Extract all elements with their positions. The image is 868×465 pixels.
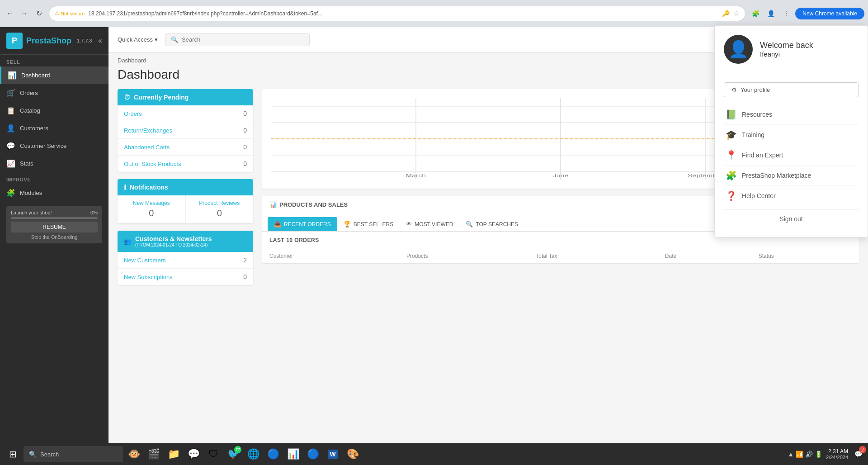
search-icon: 🔍 <box>171 36 178 43</box>
sidebar-item-customer-service[interactable]: 💬 Customer Service <box>0 137 108 155</box>
stock-link[interactable]: Out of Stock Products <box>124 161 181 167</box>
battery-icon[interactable]: 🔋 <box>815 451 822 458</box>
notifications-grid: New Messages 0 Product Reviews 0 <box>118 195 253 223</box>
taskbar-search-box[interactable]: 🔍 Search <box>24 446 123 462</box>
volume-icon[interactable]: 🔊 <box>805 451 813 458</box>
taskbar-app-shield[interactable]: 🛡 <box>204 445 222 463</box>
stock-value: 0 <box>243 160 247 167</box>
marketplace-icon: 🧩 <box>726 170 736 181</box>
recent-orders-icon: 📥 <box>274 221 281 228</box>
taskbar-app-color[interactable]: 🎨 <box>344 445 362 463</box>
reload-button[interactable]: ↻ <box>33 7 45 20</box>
best-sellers-icon: 🏆 <box>344 221 351 228</box>
quick-access-button[interactable]: Quick Access ▾ <box>118 36 158 43</box>
pending-returns-row: Return/Exchanges 0 <box>118 122 253 139</box>
orders-link[interactable]: Orders <box>124 110 142 117</box>
tab-best-sellers[interactable]: 🏆 BEST SELLERS <box>337 217 400 231</box>
new-messages-link[interactable]: New Messages <box>122 200 181 206</box>
marketplace-label: PrestaShop Marketplace <box>742 172 811 179</box>
dropdown-item-help[interactable]: ❓ Help Center <box>724 186 859 206</box>
whatsapp-badge: 77 <box>234 446 241 453</box>
star-icon[interactable]: ☆ <box>733 9 740 18</box>
chrome-icon: 🌐 <box>247 448 259 460</box>
taskbar-app-zoom[interactable]: 📊 <box>284 445 302 463</box>
taskbar-app-folder[interactable]: 📁 <box>165 445 183 463</box>
notifications-tray[interactable]: 💬 2 <box>852 448 864 460</box>
carts-link[interactable]: Abandoned Carts <box>124 144 170 151</box>
collapse-sidebar-button[interactable]: « <box>98 37 102 45</box>
extensions-button[interactable]: 🧩 <box>749 7 762 20</box>
profile-avatar-large: 👤 <box>724 35 753 64</box>
sidebar-item-customers[interactable]: 👤 Customers <box>0 119 108 137</box>
date-range: (FROM 2024-01-24 TO 2024-02-24) <box>135 242 212 247</box>
sidebar-item-stats[interactable]: 📈 Stats <box>0 155 108 172</box>
top-searches-icon: 🔍 <box>466 221 473 228</box>
profile-button[interactable]: 👤 <box>764 7 777 20</box>
more-menu-button[interactable]: ⋮ <box>780 7 793 20</box>
taskbar-app-word[interactable]: W <box>324 445 342 463</box>
url-text: 18.204.197.231/prestashop/admin697cf8nrb… <box>88 10 718 17</box>
carts-value: 0 <box>243 143 247 151</box>
tray-notification-badge: 2 <box>859 446 866 453</box>
taskbar-app-blue2[interactable]: 🔵 <box>304 445 322 463</box>
taskbar-app-chat[interactable]: 💬 <box>184 445 203 463</box>
customers-newsletters-card: 👥 Customers & Newsletters (FROM 2024-01-… <box>118 231 253 285</box>
sidebar-item-orders[interactable]: 🛒 Orders <box>0 84 108 102</box>
address-bar[interactable]: ⚠ Not secure 18.204.197.231/prestashop/a… <box>49 6 745 21</box>
returns-link[interactable]: Return/Exchanges <box>124 127 172 134</box>
dropdown-item-find-expert[interactable]: 📍 Find an Expert <box>724 145 859 166</box>
not-secure-indicator: ⚠ Not secure <box>55 10 85 16</box>
clock-time: 2:31 AM <box>826 448 848 455</box>
profile-header: 👤 Welcome back Ifeanyi <box>724 35 859 73</box>
key-icon: 🔑 <box>722 10 730 17</box>
profile-name-group: Welcome back Ifeanyi <box>760 41 813 58</box>
stop-onboarding-link[interactable]: Stop the OnBoarding <box>11 234 98 240</box>
help-icon: ❓ <box>726 190 736 201</box>
notif-icon: ℹ <box>124 184 126 191</box>
col-products: Products <box>399 249 528 263</box>
orders-value: 0 <box>243 110 247 117</box>
pending-title: Currently Pending <box>134 94 189 101</box>
taskbar-app-whatsapp[interactable]: 🐦 77 <box>224 445 242 463</box>
sign-out-button[interactable]: Sign out <box>724 209 859 228</box>
modules-icon: 🧩 <box>6 189 15 197</box>
taskbar-app-blue1[interactable]: 🔵 <box>264 445 282 463</box>
search-input[interactable] <box>182 36 304 43</box>
taskbar-app-chrome[interactable]: 🌐 <box>244 445 262 463</box>
your-profile-button[interactable]: ⚙ Your profile <box>724 82 859 97</box>
start-button[interactable]: ⊞ <box>4 445 22 463</box>
tab-recent-orders[interactable]: 📥 RECENT ORDERS <box>268 217 337 231</box>
back-button[interactable]: ← <box>4 7 16 20</box>
sidebar-item-label: Orders <box>20 90 38 96</box>
svg-text:March: March <box>406 173 426 178</box>
new-messages-value: 0 <box>122 208 181 218</box>
color-icon: 🎨 <box>347 448 359 460</box>
most-viewed-icon: 👁 <box>406 221 412 228</box>
dropdown-item-training[interactable]: 🎓 Training <box>724 125 859 145</box>
topbar-left: Quick Access ▾ 🔍 <box>118 33 748 46</box>
sidebar-item-modules[interactable]: 🧩 Modules <box>0 184 108 202</box>
wifi-icon[interactable]: 📶 <box>796 451 803 458</box>
new-customers-row: New Customers 2 <box>118 252 253 269</box>
sidebar-item-dashboard[interactable]: 📊 Dashboard <box>0 66 108 84</box>
taskbar-app-video[interactable]: 🎬 <box>145 445 163 463</box>
dropdown-item-resources[interactable]: 📗 Resources <box>724 104 859 125</box>
browser-toolbar: 🧩 👤 ⋮ New Chrome available <box>749 7 864 20</box>
dropdown-item-marketplace[interactable]: 🧩 PrestaShop Marketplace <box>724 166 859 186</box>
resume-button[interactable]: RESUME <box>11 222 98 232</box>
left-column: ⏱ Currently Pending Orders 0 Return/Exch… <box>118 89 253 292</box>
new-customers-link[interactable]: New Customers <box>124 257 165 264</box>
blue-app2-icon: 🔵 <box>307 448 319 460</box>
forward-button[interactable]: → <box>18 7 31 20</box>
up-arrow-icon[interactable]: ▲ <box>788 451 794 458</box>
tab-top-searches[interactable]: 🔍 TOP SEARCHES <box>459 217 524 231</box>
sidebar-item-catalog[interactable]: 📋 Catalog <box>0 102 108 119</box>
new-subscriptions-link[interactable]: New Subscriptions <box>124 274 173 280</box>
product-reviews-link[interactable]: Product Reviews <box>190 200 249 206</box>
logo-text: PrestaShop <box>26 36 71 46</box>
taskbar-app-monkey[interactable]: 🐵 <box>125 445 143 463</box>
resources-icon: 📗 <box>726 109 736 120</box>
new-chrome-badge[interactable]: New Chrome available <box>795 8 864 19</box>
customers-newsletters-header: 👥 Customers & Newsletters (FROM 2024-01-… <box>118 231 253 252</box>
tab-most-viewed[interactable]: 👁 MOST VIEWED <box>400 217 459 231</box>
